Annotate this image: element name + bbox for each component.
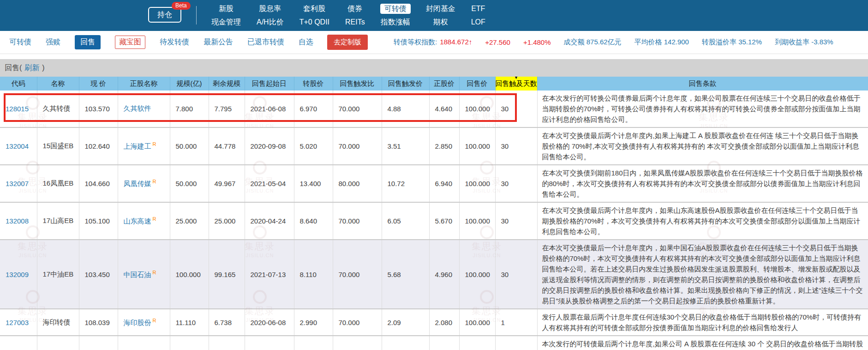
cell-trigger_ratio: 80.000 <box>333 165 382 202</box>
margin-trading-flag: R <box>153 141 156 147</box>
column-header-conv_price[interactable]: 转股价 <box>294 77 333 91</box>
column-header-days[interactable]: ▼回售触及天数 <box>495 77 537 91</box>
market-stats: 转债等权指数: 1884.672↑ +27.560 +1.480% 成交额 87… <box>394 38 833 47</box>
nav-item-ah-price-ratio[interactable]: A/H比价 <box>257 18 284 27</box>
cell-stock_price: 2.080 <box>429 309 459 336</box>
column-header-start_date[interactable]: 回售起始日 <box>245 77 294 91</box>
ytm-stat: 到期收益率 -3.83% <box>775 38 833 47</box>
cell-trigger_ratio: 70.000 <box>333 127 382 165</box>
column-header-size[interactable]: 规模(亿) <box>170 77 209 91</box>
column-header-price[interactable]: 现 价 <box>79 77 118 91</box>
putback-table: 代码名称现 价正股名称规模(亿)剩余规模回售起始日转股价回售触发比回售触发价正股… <box>0 77 868 350</box>
cell-size: 28.000 <box>170 336 209 350</box>
column-header-trigger_price[interactable]: 回售触发价 <box>382 77 429 91</box>
bond-code-link[interactable]: 128015 <box>6 105 29 113</box>
nav-item-closed-fund[interactable]: 封闭基金 <box>426 4 455 13</box>
table-row[interactable]: 110033国贸转债132.830厦门国贸R28.00011.3232020-0… <box>0 336 868 350</box>
stock-name-link[interactable]: 海印股份 <box>124 319 151 326</box>
go-custom-version-button[interactable]: 去定制版 <box>327 35 368 50</box>
nav-item-t0-qdii[interactable]: T+0 QDII <box>299 18 329 27</box>
cell-conv_price: 6.970 <box>294 91 333 127</box>
cell-trigger_price: 10.72 <box>382 165 429 202</box>
cell-code: 128015 <box>0 91 37 127</box>
cell-price: 108.039 <box>79 309 118 336</box>
top-navigation: 持仓 Beta 新股现金管理股息率A/H比价套利股T+0 QDII债券REITs… <box>0 0 868 31</box>
cell-name: 久其转债 <box>37 91 79 127</box>
tab-delisted-bonds[interactable]: 已退市转债 <box>247 37 284 47</box>
cell-price: 103.570 <box>79 91 118 127</box>
cell-days: 1 <box>495 309 537 336</box>
table-row[interactable]: 13200817山高EB105.100山东高速R25.00025.0002020… <box>0 202 868 240</box>
tab-put-back[interactable]: 回售 <box>75 35 101 49</box>
cell-trigger_ratio: 70.000 <box>333 91 382 127</box>
cell-stock: 凤凰传媒R <box>118 165 170 202</box>
bond-code-link[interactable]: 127003 <box>6 319 29 326</box>
cell-size: 7.800 <box>170 91 209 127</box>
cell-size: 25.000 <box>170 202 209 240</box>
stock-name-link[interactable]: 久其软件 <box>124 104 151 112</box>
nav-item-etf[interactable]: ETF <box>471 4 485 13</box>
cell-price: 103.450 <box>79 240 118 309</box>
column-header-clause[interactable]: 回售条款 <box>537 77 868 91</box>
column-header-code[interactable]: 代码 <box>0 77 37 91</box>
cell-stock_price: 4.960 <box>429 240 459 309</box>
nav-item-cash-management[interactable]: 现金管理 <box>211 18 241 27</box>
tab-watchlist[interactable]: 自选 <box>299 37 313 47</box>
column-header-stock[interactable]: 正股名称 <box>118 77 170 91</box>
bond-code-link[interactable]: 132004 <box>6 142 29 150</box>
stock-name-link[interactable]: 山东高速 <box>124 217 151 225</box>
nav-item-arbitrage-stock[interactable]: 套利股 <box>303 4 325 13</box>
nav-item-lof[interactable]: LOF <box>471 18 485 27</box>
table-row[interactable]: 13200917中油EB103.450中国石油R100.00099.165202… <box>0 240 868 309</box>
nav-item-reits[interactable]: REITs <box>345 18 365 27</box>
margin-trading-flag: R <box>153 318 156 323</box>
nav-item-new-stock[interactable]: 新股 <box>219 4 233 13</box>
average-price-stat: 平均价格 142.900 <box>635 38 689 47</box>
premium-rate-stat: 转股溢价率 35.12% <box>702 38 762 47</box>
refresh-link[interactable]: 刷新 <box>24 63 39 73</box>
putback-table-wrapper: 代码名称现 价正股名称规模(亿)剩余规模回售起始日转股价回售触发比回售触发价正股… <box>0 77 868 350</box>
stock-name-link[interactable]: 上海建工 <box>124 142 151 150</box>
stock-name-link[interactable]: 中国石油 <box>124 271 151 278</box>
tab-convertible-bond[interactable]: 可转债 <box>9 37 31 47</box>
stock-name-link[interactable]: 凤凰传媒 <box>124 180 151 187</box>
cell-size: 50.000 <box>170 127 209 165</box>
cell-size: 50.000 <box>170 165 209 202</box>
bond-code-link[interactable]: 132008 <box>6 217 29 225</box>
beta-badge: Beta <box>172 2 191 10</box>
cell-start_date: 2020-09-08 <box>245 127 294 165</box>
nav-item-convertible-bond[interactable]: 可转债 <box>380 4 411 14</box>
tab-forced-redemption[interactable]: 强赎 <box>46 37 60 47</box>
column-header-put_price[interactable]: 回售价 <box>459 77 495 91</box>
cell-price: 104.660 <box>79 165 118 202</box>
column-header-stock_price[interactable]: 正股价 <box>429 77 459 91</box>
cell-trigger_ratio: 70.000 <box>333 309 382 336</box>
cell-clause: 在本次可交换债最后一个计息年度内，如果中国石油A股股票收盘价在任何连续三十个交易… <box>537 240 868 309</box>
cell-days: 30 <box>495 240 537 309</box>
cell-name: 15国盛EB <box>37 127 79 165</box>
table-row[interactable]: 128015久其转债103.570久其软件7.8007.7952021-06-0… <box>0 91 868 127</box>
tab-treasure-map[interactable]: 藏宝图 <box>115 36 145 49</box>
column-header-remain[interactable]: 剩余规模 <box>209 77 245 91</box>
cell-put_price: 100.000 <box>459 165 495 202</box>
bond-code-link[interactable]: 132007 <box>6 180 29 187</box>
nav-item-options[interactable]: 期权 <box>433 18 448 27</box>
nav-item-bonds[interactable]: 债券 <box>347 4 362 13</box>
nav-item-dividend-yield[interactable]: 股息率 <box>259 4 281 13</box>
table-row[interactable]: 13200415国盛EB102.640上海建工R50.00044.7782020… <box>0 127 868 165</box>
bond-code-link[interactable]: 132009 <box>6 271 29 278</box>
menu-col-etf: ETFLOF <box>471 4 485 27</box>
cell-stock: 山东高速R <box>118 202 170 240</box>
cell-size: 11.110 <box>170 309 209 336</box>
table-row[interactable]: 127003海印转债108.039海印股份R11.1106.7382020-06… <box>0 309 868 336</box>
cell-trigger_price: 2.09 <box>382 309 429 336</box>
cell-put_price: 100.000 <box>459 202 495 240</box>
table-row[interactable]: 13200716凤凰EB104.660凤凰传媒R50.00049.9672021… <box>0 165 868 202</box>
column-header-trigger_ratio[interactable]: 回售触发比 <box>333 77 382 91</box>
cell-conv_price: 8.110 <box>294 240 333 309</box>
column-header-name[interactable]: 名称 <box>37 77 79 91</box>
tab-upcoming-bonds[interactable]: 待发转债 <box>160 37 189 47</box>
cell-clause: 在本次可交换债最后两个计息年度内，如果山东高速股份A股股票收盘价在任何连续三十个… <box>537 202 868 240</box>
tab-latest-announcements[interactable]: 最新公告 <box>204 37 233 47</box>
nav-item-index-change[interactable]: 指数涨幅 <box>381 18 410 27</box>
